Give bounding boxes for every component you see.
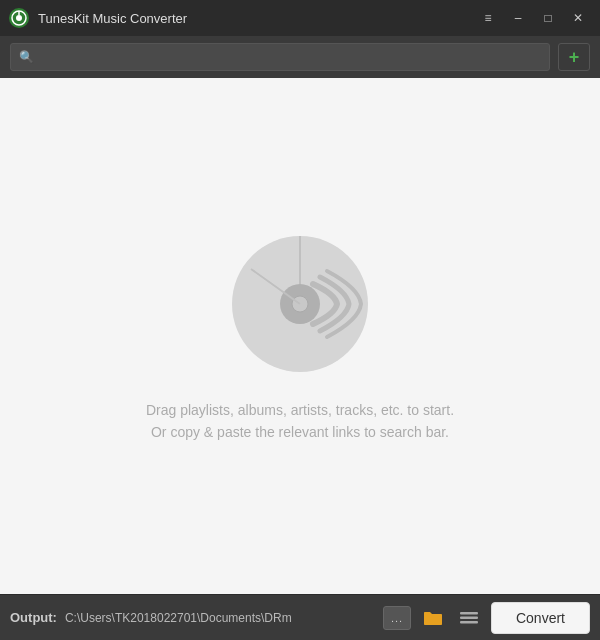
maximize-button[interactable]: □ [534, 4, 562, 32]
status-bar: Output: C:\Users\TK2018022701\Documents\… [0, 594, 600, 640]
dots-button[interactable]: ... [383, 606, 411, 630]
main-content: Drag playlists, albums, artists, tracks,… [0, 78, 600, 594]
empty-state-text: Drag playlists, albums, artists, tracks,… [145, 399, 455, 444]
window-controls: ≡ – □ ✕ [474, 4, 592, 32]
svg-rect-11 [460, 621, 478, 624]
search-icon: 🔍 [19, 50, 34, 64]
disc-icon [225, 229, 375, 379]
svg-rect-9 [460, 612, 478, 615]
toolbar: 🔍 + [0, 36, 600, 78]
app-logo [8, 7, 30, 29]
folder-icon [423, 610, 443, 626]
svg-rect-10 [460, 616, 478, 619]
title-bar: TunesKit Music Converter ≡ – □ ✕ [0, 0, 600, 36]
menu-icon-btn[interactable]: ≡ [474, 4, 502, 32]
svg-point-2 [16, 15, 22, 21]
list-button[interactable] [455, 606, 483, 630]
empty-state: Drag playlists, albums, artists, tracks,… [145, 229, 455, 444]
search-input[interactable] [40, 50, 541, 65]
add-button[interactable]: + [558, 43, 590, 71]
list-icon [459, 610, 479, 626]
minimize-button[interactable]: – [504, 4, 532, 32]
close-button[interactable]: ✕ [564, 4, 592, 32]
search-box: 🔍 [10, 43, 550, 71]
folder-button[interactable] [419, 606, 447, 630]
app-title: TunesKit Music Converter [38, 11, 474, 26]
convert-button[interactable]: Convert [491, 602, 590, 634]
output-label: Output: [10, 610, 57, 625]
output-path: C:\Users\TK2018022701\Documents\DRm [65, 611, 375, 625]
